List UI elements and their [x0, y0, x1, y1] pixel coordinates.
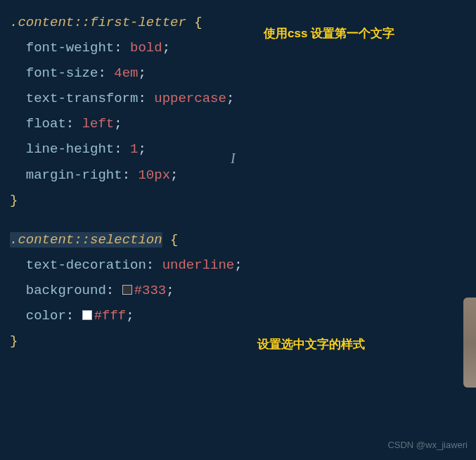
code-line: font-weight: bold; [10, 35, 476, 60]
code-line: background: #333; [10, 278, 476, 303]
css-property: line-height [26, 141, 114, 157]
colon: : [114, 141, 130, 157]
annotation-selection: 设置选中文字的样式 [257, 338, 365, 352]
semicolon: ; [162, 40, 170, 56]
semicolon: ; [226, 91, 234, 106]
semicolon: ; [234, 257, 242, 273]
colon: : [66, 308, 82, 324]
text-cursor-icon [231, 145, 240, 159]
code-line-selector: .content::first-letter { [10, 10, 476, 35]
css-value: #fff [94, 308, 127, 324]
code-line: font-size: 4em; [10, 60, 476, 86]
colon: : [66, 116, 82, 132]
css-value: underline [162, 257, 235, 273]
code-editor: .content::first-letter { font-weight: bo… [0, 0, 476, 354]
css-value: bold [130, 40, 162, 56]
semicolon: ; [114, 116, 122, 132]
css-property: text-transform [26, 91, 139, 106]
watermark: CSDN @wx_jiaweri [387, 437, 468, 454]
css-value: uppercase [154, 91, 226, 106]
code-line: float: left; [10, 111, 476, 136]
css-property: text-decoration [26, 257, 146, 273]
css-value: left [82, 116, 115, 132]
css-value: 10px [138, 167, 170, 183]
close-brace: } [10, 193, 18, 208]
color-swatch-icon [82, 310, 92, 320]
colon: : [122, 167, 139, 183]
semicolon: ; [126, 308, 134, 324]
annotation-first-letter: 使用css 设置第一个文字 [264, 27, 394, 41]
open-brace: { [194, 15, 202, 30]
blank-line [10, 213, 476, 227]
code-line: text-transform: uppercase; [10, 86, 476, 111]
semicolon: ; [170, 167, 178, 183]
open-brace: { [170, 232, 178, 248]
css-property: float [26, 116, 66, 132]
semicolon: ; [166, 283, 174, 298]
semicolon: ; [138, 141, 146, 157]
code-line: text-decoration: underline; [10, 253, 476, 278]
css-property: background [26, 283, 106, 298]
colon: : [106, 283, 122, 298]
colon: : [138, 91, 154, 106]
css-selector: .content::selection [10, 232, 162, 248]
css-selector: .content::first-letter [10, 15, 186, 30]
code-line: line-height: 1; [10, 136, 476, 162]
code-line: margin-right: 10px; [10, 162, 476, 188]
code-line-selector: .content::selection { [10, 227, 476, 253]
css-property: font-size [26, 65, 98, 81]
side-thumbnail [463, 298, 476, 388]
css-value: 1 [130, 141, 138, 157]
css-value: 4em [114, 65, 138, 81]
code-line-close: } [10, 188, 476, 213]
code-line-close: } [10, 328, 476, 354]
colon: : [146, 257, 162, 273]
close-brace: } [10, 333, 18, 349]
css-property: font-weight [26, 40, 114, 56]
color-swatch-icon [122, 285, 132, 295]
code-line: color: #fff; [10, 303, 476, 328]
css-property: margin-right [26, 167, 122, 183]
colon: : [114, 40, 130, 56]
colon: : [98, 65, 114, 81]
css-value: #333 [134, 283, 167, 298]
css-property: color [26, 308, 66, 324]
semicolon: ; [138, 65, 146, 81]
